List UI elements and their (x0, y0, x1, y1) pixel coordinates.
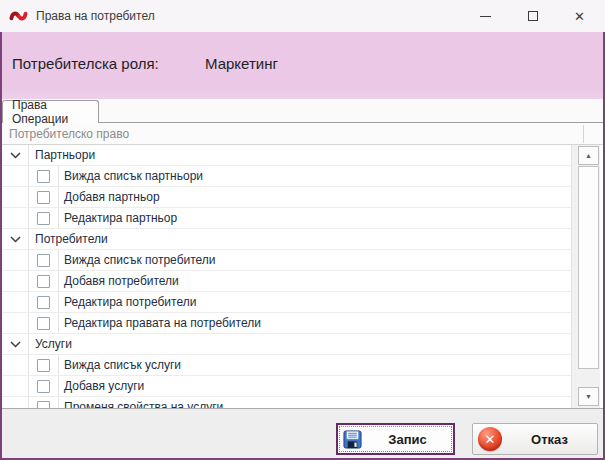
floppy-disk-icon (343, 430, 362, 449)
chevron-down-icon[interactable] (2, 229, 28, 249)
column-separator (583, 125, 584, 143)
permission-checkbox[interactable] (37, 170, 50, 183)
scroll-down-button[interactable]: ▼ (578, 387, 599, 406)
maximize-icon (528, 11, 538, 21)
permission-label: Вижда списък потребители (59, 250, 571, 270)
tree-item-row[interactable]: Вижда списък услуги (2, 355, 571, 376)
permission-label: Променя свойства на услуги (59, 397, 571, 408)
row-indent (2, 292, 28, 312)
scrollbar-thumb[interactable] (578, 166, 599, 369)
tree-item-row[interactable]: Редактира партньор (2, 208, 571, 229)
checkbox-cell (28, 271, 59, 291)
chevron-down-icon[interactable] (2, 145, 28, 165)
checkbox-cell (28, 355, 59, 375)
permission-label: Редактира потребители (59, 292, 571, 312)
checkbox-cell (28, 376, 59, 396)
permission-label: Добавя потребители (59, 271, 571, 291)
permission-checkbox[interactable] (37, 380, 50, 393)
column-header: Потребителско право (2, 123, 603, 145)
tree-rows: ПартньориВижда списък партньориДобавя па… (2, 145, 572, 408)
tree-item-row[interactable]: Добавя потребители (2, 271, 571, 292)
tree-item-row[interactable]: Редактира потребители (2, 292, 571, 313)
permission-checkbox[interactable] (37, 359, 50, 372)
row-indent (2, 250, 28, 270)
footer: Запис ✕ Отказ (2, 409, 603, 458)
minimize-button[interactable] (462, 0, 509, 32)
checkbox-cell (28, 166, 59, 186)
role-label: Потребителска роля: (12, 55, 159, 72)
role-header: Потребителска роля: Маркетинг (2, 32, 603, 99)
permission-checkbox[interactable] (37, 212, 50, 225)
permission-checkbox[interactable] (37, 191, 50, 204)
row-indent (2, 397, 28, 408)
permission-checkbox[interactable] (37, 254, 50, 267)
titlebar: Права на потребител ✕ (0, 0, 605, 32)
scroll-up-button[interactable]: ▲ (578, 146, 599, 165)
permission-checkbox[interactable] (37, 275, 50, 288)
tree-item-row[interactable]: Вижда списък партньори (2, 166, 571, 187)
row-indent (2, 208, 28, 228)
checkbox-cell (28, 397, 59, 408)
row-indent (2, 187, 28, 207)
row-indent (2, 271, 28, 291)
close-icon: ✕ (574, 10, 585, 23)
dialog-body: Потребителска роля: Маркетинг Права Опер… (0, 32, 605, 460)
permission-label: Редактира партньор (59, 208, 571, 228)
row-indent (2, 166, 28, 186)
cancel-button[interactable]: ✕ Отказ (472, 423, 598, 455)
row-indent (2, 355, 28, 375)
window-title: Права на потребител (36, 9, 155, 23)
permission-label: Добавя партньор (59, 187, 571, 207)
tree-group-row[interactable]: Партньори (2, 145, 571, 166)
role-value: Маркетинг (205, 55, 278, 72)
tree-group-row[interactable]: Потребители (2, 229, 571, 250)
permission-checkbox[interactable] (37, 317, 50, 330)
tree-item-row[interactable]: Добавя партньор (2, 187, 571, 208)
chevron-down-icon[interactable] (2, 334, 28, 354)
tab-rights-operations[interactable]: Права Операции (2, 100, 99, 123)
permission-label: Добавя услуги (59, 376, 571, 396)
checkbox-cell (28, 292, 59, 312)
tree-item-row[interactable]: Добавя услуги (2, 376, 571, 397)
group-label: Услуги (28, 334, 571, 354)
permission-checkbox[interactable] (37, 401, 50, 409)
permission-label: Вижда списък услуги (59, 355, 571, 375)
permission-label: Редактира правата на потребители (59, 313, 571, 333)
save-button-label: Запис (362, 432, 453, 447)
window-controls: ✕ (462, 0, 603, 32)
row-indent (2, 376, 28, 396)
cancel-button-label: Отказ (502, 432, 597, 447)
permission-checkbox[interactable] (37, 296, 50, 309)
checkbox-cell (28, 187, 59, 207)
checkbox-cell (28, 208, 59, 228)
app-logo-icon (9, 9, 28, 23)
checkbox-cell (28, 313, 59, 333)
permissions-panel: Потребителско право ПартньориВижда списъ… (2, 123, 603, 409)
tree-item-row[interactable]: Променя свойства на услуги (2, 397, 571, 408)
group-label: Партньори (28, 145, 571, 165)
row-indent (2, 313, 28, 333)
vertical-scrollbar[interactable]: ▲ ▼ (572, 145, 600, 408)
checkbox-cell (28, 250, 59, 270)
close-button[interactable]: ✕ (556, 0, 603, 32)
group-label: Потребители (28, 229, 571, 249)
tree-item-row[interactable]: Вижда списък потребители (2, 250, 571, 271)
tree-group-row[interactable]: Услуги (2, 334, 571, 355)
user-rights-dialog: Права на потребител ✕ Потребителска роля… (0, 0, 605, 460)
tree-item-row[interactable]: Редактира правата на потребители (2, 313, 571, 334)
red-circle-x-icon: ✕ (478, 427, 502, 451)
save-button[interactable]: Запис (336, 423, 455, 455)
minimize-icon (480, 16, 491, 17)
maximize-button[interactable] (509, 0, 556, 32)
tab-strip: Права Операции (2, 99, 603, 123)
permission-label: Вижда списък партньори (59, 166, 571, 186)
